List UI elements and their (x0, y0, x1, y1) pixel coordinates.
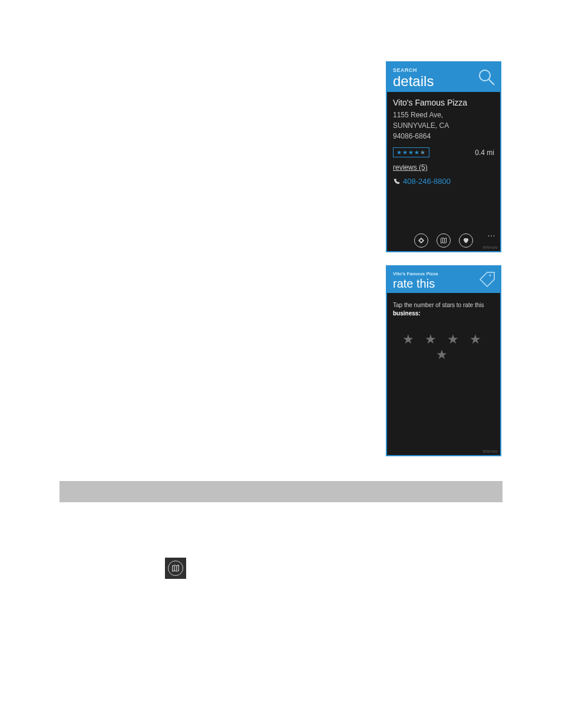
map-icon-chip (165, 558, 186, 579)
phone-inner: Vito's Famous Pizza rate this * Tap the … (387, 266, 500, 455)
prompt-line: Tap the number of stars to rate this (393, 302, 484, 308)
section-divider-bar (59, 481, 503, 502)
phone-icon (393, 178, 400, 185)
search-icon[interactable] (477, 67, 497, 87)
drive-button[interactable] (414, 233, 428, 248)
rating-box[interactable]: ★★★★★ (393, 147, 429, 157)
rating-row: ★★★★★ 0.4 mi (393, 147, 494, 157)
brand-watermark: telenav (482, 245, 498, 250)
map-button[interactable] (437, 233, 451, 248)
stars-filled: ★★★★ (396, 149, 420, 156)
addr-line: 94086-6864 (393, 131, 494, 141)
phone-mock-rate: Vito's Famous Pizza rate this * Tap the … (386, 265, 501, 456)
document-page: SEARCH details Vito's Famous Pizza 1155 … (0, 0, 562, 728)
details-body: Vito's Famous Pizza 1155 Reed Ave, SUNNY… (387, 92, 500, 186)
phone-number-row[interactable]: 408-246-8800 (393, 177, 494, 186)
stars-dim: ★ (420, 149, 426, 156)
distance-label: 0.4 mi (475, 149, 494, 157)
svg-point-0 (480, 70, 490, 81)
rate-body: Tap the number of stars to rate this bus… (387, 293, 500, 363)
phone-number: 408-246-8800 (403, 177, 451, 186)
phone-header: Vito's Famous Pizza rate this * (387, 266, 500, 293)
reviews-link[interactable]: reviews (5) (393, 163, 428, 172)
svg-text:*: * (489, 274, 491, 280)
favorite-button[interactable] (459, 233, 473, 248)
star-glyphs: ★ ★ ★ ★ ★ (402, 332, 485, 362)
tag-star-icon: * (479, 271, 497, 289)
svg-line-1 (489, 80, 494, 85)
rate-prompt: Tap the number of stars to rate this bus… (393, 301, 494, 318)
map-icon (168, 561, 183, 576)
addr-line: SUNNYVALE, CA (393, 120, 494, 131)
business-name: Vito's Famous Pizza (393, 98, 494, 107)
brand-watermark: telenav (482, 449, 498, 454)
rating-stars-input[interactable]: ★ ★ ★ ★ ★ (393, 332, 494, 363)
prompt-bold: business: (393, 310, 421, 317)
phone-inner: SEARCH details Vito's Famous Pizza 1155 … (387, 62, 500, 251)
phone-header: SEARCH details (387, 62, 500, 92)
business-address: 1155 Reed Ave, SUNNYVALE, CA 94086-6864 (393, 110, 494, 141)
phone-mock-details: SEARCH details Vito's Famous Pizza 1155 … (386, 61, 501, 252)
addr-line: 1155 Reed Ave, (393, 110, 494, 120)
